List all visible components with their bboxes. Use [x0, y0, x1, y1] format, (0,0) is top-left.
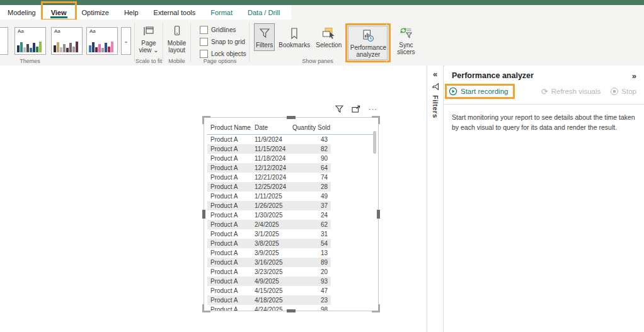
column-header-date[interactable]: Date	[255, 124, 292, 131]
themes-dropdown-button[interactable]: ⌄	[121, 27, 131, 55]
page-view-button[interactable]: Page view ⌄	[135, 20, 163, 54]
table-rows: Product A 11/9/2024 43 Product A 11/15/2…	[207, 135, 331, 311]
table-visual-body[interactable]: Product Name Date Quantity Sold Product …	[204, 117, 379, 311]
show-panes-group-label: Show panes	[249, 58, 386, 64]
sync-slicers-pane-button[interactable]: Sync slicers	[393, 23, 419, 57]
table-visual[interactable]: Product Name Date Quantity Sold Product …	[204, 117, 379, 311]
selection-icon	[322, 26, 336, 41]
gridlines-checkbox[interactable]	[200, 26, 208, 34]
collapse-pane-icon[interactable]: »	[632, 72, 636, 80]
snap-to-grid-checkbox-row[interactable]: Snap to grid	[200, 38, 246, 46]
stop-button[interactable]: Stop	[611, 88, 636, 95]
title-bar-strip	[0, 0, 644, 5]
bookmarks-pane-button[interactable]: Bookmarks	[277, 23, 312, 51]
mobile-layout-icon	[171, 24, 183, 38]
table-row[interactable]: Product A 11/18/2024 90	[207, 154, 331, 163]
start-recording-button[interactable]: Start recording	[449, 87, 508, 96]
annotation-box-start-recording: Start recording	[445, 84, 515, 99]
table-row[interactable]: Product A 4/15/2025 47	[207, 286, 331, 295]
table-row[interactable]: Product A 4/24/2025 98	[207, 305, 331, 311]
theme-card[interactable]: Aa	[0, 27, 8, 55]
table-row[interactable]: Product A 3/16/2025 89	[207, 258, 331, 267]
table-scrollbar-thumb[interactable]	[373, 131, 376, 154]
menu-item-external-tools[interactable]: External tools	[146, 5, 204, 20]
annotation-box-performance-analyzer: Performance analyzer	[345, 23, 391, 62]
theme-aa-label: Aa	[89, 28, 96, 34]
menu-bar: Modeling View Optimize Help External too…	[0, 5, 644, 20]
lock-objects-checkbox-row[interactable]: Lock objects	[200, 50, 246, 58]
table-row[interactable]: Product A 3/23/2025 20	[207, 267, 331, 277]
performance-analyzer-pane: Performance analyzer » Start recording ⟳…	[444, 66, 644, 332]
mobile-group: Mobile layout Mobile	[163, 20, 190, 66]
page-options-group: Gridlines Snap to grid Lock objects Page…	[191, 20, 249, 66]
menu-item-format[interactable]: Format	[203, 5, 240, 20]
menu-item-modeling[interactable]: Modeling	[0, 5, 43, 20]
menu-item-help[interactable]: Help	[117, 5, 146, 20]
table-header-row: Product Name Date Quantity Sold	[207, 121, 331, 134]
filters-vertical-label: Filters	[432, 95, 439, 118]
ribbon-divider	[386, 23, 387, 62]
resize-handle-top[interactable]	[287, 116, 296, 119]
snap-to-grid-checkbox[interactable]	[200, 38, 208, 46]
mobile-group-label: Mobile	[163, 58, 190, 64]
table-row[interactable]: Product A 12/12/2024 64	[207, 163, 331, 173]
resize-handle-bottom-right[interactable]	[372, 304, 380, 312]
pane-title: Performance analyzer	[452, 71, 534, 80]
gridlines-checkbox-row[interactable]: Gridlines	[200, 26, 246, 34]
performance-analyzer-icon	[361, 28, 375, 43]
table-row[interactable]: Product A 1/26/2025 37	[207, 201, 331, 210]
table-row[interactable]: Product A 2/4/2025 62	[207, 220, 331, 229]
page-view-icon	[143, 24, 154, 38]
theme-card[interactable]: Aa	[86, 27, 118, 55]
focus-mode-icon[interactable]	[352, 105, 360, 113]
column-header-quantity-sold[interactable]: Quantity Sold	[292, 124, 331, 131]
resize-handle-top-left[interactable]	[202, 116, 210, 124]
refresh-visuals-button[interactable]: ⟳ Refresh visuals	[541, 88, 601, 96]
table-row[interactable]: Product A 3/1/2025 31	[207, 229, 331, 239]
table-row[interactable]: Product A 4/9/2025 93	[207, 277, 331, 286]
theme-bars	[17, 39, 44, 52]
table-row[interactable]: Product A 1/30/2025 24	[207, 210, 331, 220]
table-row[interactable]: Product A 11/15/2024 82	[207, 144, 331, 154]
more-options-icon[interactable]: ···	[369, 106, 377, 112]
visual-header: ···	[204, 105, 377, 113]
resize-handle-left[interactable]	[202, 210, 205, 219]
table-row[interactable]: Product A 3/8/2025 54	[207, 239, 331, 248]
show-panes-group: Filters Bookmarks Selection	[249, 20, 386, 66]
menu-item-data-drill[interactable]: Data / Drill	[240, 5, 287, 20]
play-icon	[449, 87, 457, 96]
mobile-layout-button[interactable]: Mobile layout	[163, 20, 190, 54]
filters-funnel-icon	[432, 83, 439, 91]
bookmark-icon	[288, 26, 301, 41]
theme-aa-label: Aa	[18, 28, 24, 34]
chevron-down-icon: ⌄	[124, 38, 129, 44]
resize-handle-top-right[interactable]	[372, 116, 380, 124]
theme-aa-label: Aa	[54, 28, 60, 34]
filters-collapsed-pane[interactable]: « Filters	[427, 66, 444, 332]
table-row[interactable]: Product A 12/21/2024 74	[207, 173, 331, 182]
theme-bars	[54, 39, 81, 52]
visual-filter-icon[interactable]	[335, 105, 343, 113]
resize-handle-bottom-left[interactable]	[202, 304, 210, 312]
table-row[interactable]: Product A 4/18/2025 23	[207, 295, 331, 305]
theme-card[interactable]: Aa	[51, 27, 83, 55]
expand-filters-icon[interactable]: «	[433, 70, 437, 78]
filters-pane-button[interactable]: Filters	[254, 23, 275, 51]
resize-handle-right[interactable]	[377, 210, 380, 219]
table-row[interactable]: Product A 3/9/2025 13	[207, 248, 331, 258]
performance-analyzer-pane-button[interactable]: Performance analyzer	[348, 26, 388, 60]
table-row[interactable]: Product A 11/9/2024 43	[207, 135, 331, 144]
resize-handle-bottom[interactable]	[287, 309, 296, 312]
selection-pane-button[interactable]: Selection	[314, 23, 343, 51]
ribbon: Aa Aa Aa Aa ⌄ Themes Page view ⌄ Scale t…	[0, 20, 644, 66]
column-header-product-name[interactable]: Product Name	[207, 124, 255, 131]
table-row[interactable]: Product A 12/25/2024 28	[207, 182, 331, 192]
scale-to-fit-group-label: Scale to fit	[135, 58, 163, 64]
theme-bars	[0, 39, 6, 52]
theme-card[interactable]: Aa	[14, 27, 46, 55]
menu-item-view[interactable]: View	[43, 5, 74, 20]
menu-item-optimize[interactable]: Optimize	[74, 5, 117, 20]
lock-objects-checkbox[interactable]	[200, 50, 208, 58]
sync-slicers-icon	[399, 26, 413, 41]
table-row[interactable]: Product A 1/11/2025 49	[207, 192, 331, 201]
